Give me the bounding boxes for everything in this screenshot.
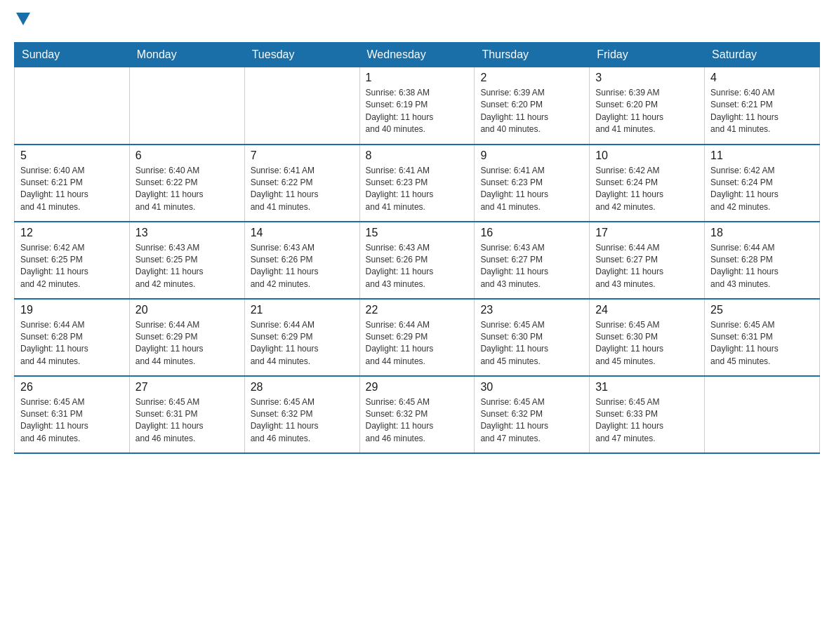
calendar-cell: 12Sunrise: 6:42 AM Sunset: 6:25 PM Dayli… <box>15 222 130 299</box>
calendar-cell: 30Sunrise: 6:45 AM Sunset: 6:32 PM Dayli… <box>475 376 590 453</box>
day-number: 21 <box>251 304 354 316</box>
page-header <box>14 14 820 31</box>
svg-marker-0 <box>16 13 30 25</box>
day-info: Sunrise: 6:44 AM Sunset: 6:28 PM Dayligh… <box>20 319 124 368</box>
calendar-cell: 21Sunrise: 6:44 AM Sunset: 6:29 PM Dayli… <box>244 299 359 376</box>
day-number: 12 <box>20 227 124 239</box>
calendar-cell: 3Sunrise: 6:39 AM Sunset: 6:20 PM Daylig… <box>590 67 705 145</box>
calendar-cell <box>15 67 130 145</box>
day-number: 15 <box>366 227 469 239</box>
day-info: Sunrise: 6:45 AM Sunset: 6:33 PM Dayligh… <box>595 396 699 445</box>
day-number: 24 <box>595 304 699 316</box>
day-number: 16 <box>480 227 583 239</box>
weekday-header-thursday: Thursday <box>475 43 590 67</box>
calendar-week-4: 19Sunrise: 6:44 AM Sunset: 6:28 PM Dayli… <box>15 299 820 376</box>
calendar-week-2: 5Sunrise: 6:40 AM Sunset: 6:21 PM Daylig… <box>15 145 820 222</box>
calendar-cell: 27Sunrise: 6:45 AM Sunset: 6:31 PM Dayli… <box>129 376 244 453</box>
day-info: Sunrise: 6:41 AM Sunset: 6:22 PM Dayligh… <box>251 165 354 214</box>
calendar-cell <box>244 67 359 145</box>
calendar-cell: 1Sunrise: 6:38 AM Sunset: 6:19 PM Daylig… <box>359 67 475 145</box>
calendar-cell: 17Sunrise: 6:44 AM Sunset: 6:27 PM Dayli… <box>590 222 705 299</box>
calendar-cell: 4Sunrise: 6:40 AM Sunset: 6:21 PM Daylig… <box>705 67 820 145</box>
day-number: 9 <box>480 149 583 162</box>
calendar-cell: 6Sunrise: 6:40 AM Sunset: 6:22 PM Daylig… <box>129 145 244 222</box>
day-info: Sunrise: 6:45 AM Sunset: 6:30 PM Dayligh… <box>595 319 699 368</box>
weekday-header-sunday: Sunday <box>15 43 130 67</box>
day-info: Sunrise: 6:44 AM Sunset: 6:29 PM Dayligh… <box>251 319 354 368</box>
day-number: 4 <box>710 72 814 84</box>
weekday-header-saturday: Saturday <box>705 43 820 67</box>
calendar-cell: 16Sunrise: 6:43 AM Sunset: 6:27 PM Dayli… <box>475 222 590 299</box>
calendar-cell: 10Sunrise: 6:42 AM Sunset: 6:24 PM Dayli… <box>590 145 705 222</box>
day-info: Sunrise: 6:44 AM Sunset: 6:28 PM Dayligh… <box>710 242 814 291</box>
day-number: 13 <box>135 227 239 239</box>
day-number: 8 <box>366 149 469 162</box>
day-info: Sunrise: 6:45 AM Sunset: 6:31 PM Dayligh… <box>710 319 814 368</box>
calendar-cell: 5Sunrise: 6:40 AM Sunset: 6:21 PM Daylig… <box>15 145 130 222</box>
day-number: 27 <box>135 381 239 394</box>
day-info: Sunrise: 6:40 AM Sunset: 6:21 PM Dayligh… <box>20 165 124 214</box>
day-info: Sunrise: 6:43 AM Sunset: 6:27 PM Dayligh… <box>480 242 583 291</box>
day-number: 28 <box>251 381 354 394</box>
day-info: Sunrise: 6:45 AM Sunset: 6:31 PM Dayligh… <box>20 396 124 445</box>
calendar-cell: 13Sunrise: 6:43 AM Sunset: 6:25 PM Dayli… <box>129 222 244 299</box>
day-number: 26 <box>20 381 124 394</box>
day-number: 22 <box>366 304 469 316</box>
day-info: Sunrise: 6:39 AM Sunset: 6:20 PM Dayligh… <box>480 87 583 136</box>
day-number: 17 <box>595 227 699 239</box>
calendar-cell: 22Sunrise: 6:44 AM Sunset: 6:29 PM Dayli… <box>359 299 475 376</box>
day-number: 5 <box>20 149 124 162</box>
day-number: 30 <box>480 381 583 394</box>
calendar-cell: 28Sunrise: 6:45 AM Sunset: 6:32 PM Dayli… <box>244 376 359 453</box>
calendar-cell: 25Sunrise: 6:45 AM Sunset: 6:31 PM Dayli… <box>705 299 820 376</box>
calendar-week-5: 26Sunrise: 6:45 AM Sunset: 6:31 PM Dayli… <box>15 376 820 453</box>
calendar-cell: 18Sunrise: 6:44 AM Sunset: 6:28 PM Dayli… <box>705 222 820 299</box>
logo <box>14 14 30 31</box>
day-info: Sunrise: 6:38 AM Sunset: 6:19 PM Dayligh… <box>366 87 469 136</box>
logo-arrow-icon <box>16 13 30 29</box>
day-info: Sunrise: 6:45 AM Sunset: 6:32 PM Dayligh… <box>251 396 354 445</box>
day-number: 23 <box>480 304 583 316</box>
day-info: Sunrise: 6:40 AM Sunset: 6:21 PM Dayligh… <box>710 87 814 136</box>
day-info: Sunrise: 6:42 AM Sunset: 6:24 PM Dayligh… <box>595 165 699 214</box>
day-info: Sunrise: 6:43 AM Sunset: 6:25 PM Dayligh… <box>135 242 239 291</box>
day-info: Sunrise: 6:43 AM Sunset: 6:26 PM Dayligh… <box>251 242 354 291</box>
calendar-cell: 24Sunrise: 6:45 AM Sunset: 6:30 PM Dayli… <box>590 299 705 376</box>
calendar-cell: 9Sunrise: 6:41 AM Sunset: 6:23 PM Daylig… <box>475 145 590 222</box>
day-info: Sunrise: 6:45 AM Sunset: 6:30 PM Dayligh… <box>480 319 583 368</box>
calendar-cell: 11Sunrise: 6:42 AM Sunset: 6:24 PM Dayli… <box>705 145 820 222</box>
calendar-cell: 29Sunrise: 6:45 AM Sunset: 6:32 PM Dayli… <box>359 376 475 453</box>
calendar-cell: 26Sunrise: 6:45 AM Sunset: 6:31 PM Dayli… <box>15 376 130 453</box>
day-info: Sunrise: 6:39 AM Sunset: 6:20 PM Dayligh… <box>595 87 699 136</box>
calendar-table: SundayMondayTuesdayWednesdayThursdayFrid… <box>14 42 820 454</box>
day-number: 3 <box>595 72 699 84</box>
day-number: 18 <box>710 227 814 239</box>
calendar-cell: 2Sunrise: 6:39 AM Sunset: 6:20 PM Daylig… <box>475 67 590 145</box>
calendar-week-3: 12Sunrise: 6:42 AM Sunset: 6:25 PM Dayli… <box>15 222 820 299</box>
day-number: 1 <box>366 72 469 84</box>
day-info: Sunrise: 6:44 AM Sunset: 6:29 PM Dayligh… <box>366 319 469 368</box>
day-number: 7 <box>251 149 354 162</box>
day-info: Sunrise: 6:42 AM Sunset: 6:25 PM Dayligh… <box>20 242 124 291</box>
calendar-cell: 15Sunrise: 6:43 AM Sunset: 6:26 PM Dayli… <box>359 222 475 299</box>
calendar-cell <box>705 376 820 453</box>
calendar-week-1: 1Sunrise: 6:38 AM Sunset: 6:19 PM Daylig… <box>15 67 820 145</box>
calendar-cell: 23Sunrise: 6:45 AM Sunset: 6:30 PM Dayli… <box>475 299 590 376</box>
calendar-cell: 31Sunrise: 6:45 AM Sunset: 6:33 PM Dayli… <box>590 376 705 453</box>
day-number: 11 <box>710 149 814 162</box>
day-number: 10 <box>595 149 699 162</box>
weekday-header-wednesday: Wednesday <box>359 43 475 67</box>
calendar-cell: 8Sunrise: 6:41 AM Sunset: 6:23 PM Daylig… <box>359 145 475 222</box>
day-number: 6 <box>135 149 239 162</box>
day-info: Sunrise: 6:42 AM Sunset: 6:24 PM Dayligh… <box>710 165 814 214</box>
day-number: 31 <box>595 381 699 394</box>
weekday-header-tuesday: Tuesday <box>244 43 359 67</box>
day-number: 25 <box>710 304 814 316</box>
day-info: Sunrise: 6:44 AM Sunset: 6:27 PM Dayligh… <box>595 242 699 291</box>
day-number: 20 <box>135 304 239 316</box>
day-number: 29 <box>366 381 469 394</box>
day-info: Sunrise: 6:43 AM Sunset: 6:26 PM Dayligh… <box>366 242 469 291</box>
day-info: Sunrise: 6:41 AM Sunset: 6:23 PM Dayligh… <box>366 165 469 214</box>
day-number: 2 <box>480 72 583 84</box>
day-info: Sunrise: 6:41 AM Sunset: 6:23 PM Dayligh… <box>480 165 583 214</box>
